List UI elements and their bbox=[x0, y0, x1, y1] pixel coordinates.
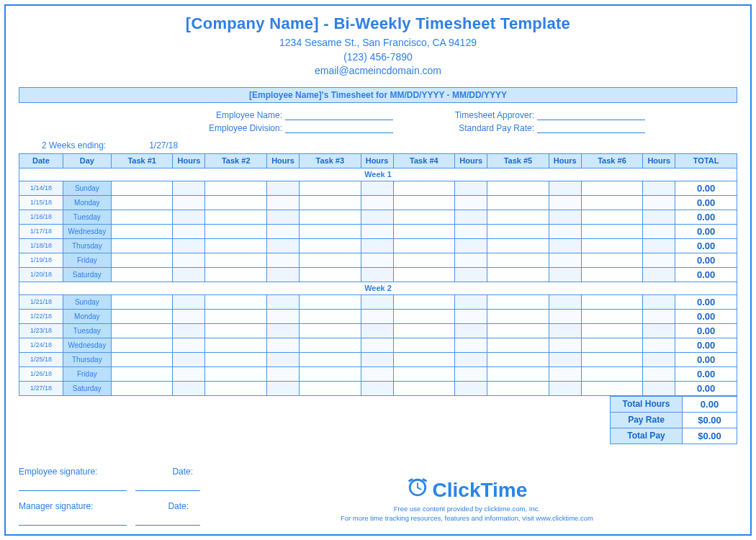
hours-cell[interactable] bbox=[361, 210, 393, 224]
hours-cell[interactable] bbox=[173, 323, 205, 338]
hours-cell[interactable] bbox=[643, 381, 675, 395]
task-cell[interactable] bbox=[205, 294, 267, 309]
hours-cell[interactable] bbox=[643, 338, 675, 352]
task-cell[interactable] bbox=[300, 294, 361, 309]
task-cell[interactable] bbox=[487, 338, 549, 352]
task-cell[interactable] bbox=[581, 338, 643, 352]
task-cell[interactable] bbox=[393, 323, 455, 338]
task-cell[interactable] bbox=[300, 238, 361, 253]
hours-cell[interactable] bbox=[549, 181, 581, 195]
hours-cell[interactable] bbox=[455, 224, 487, 238]
hours-cell[interactable] bbox=[455, 181, 487, 195]
hours-cell[interactable] bbox=[173, 224, 205, 238]
task-cell[interactable] bbox=[300, 338, 361, 352]
hours-cell[interactable] bbox=[455, 352, 487, 366]
task-cell[interactable] bbox=[487, 195, 549, 210]
hours-cell[interactable] bbox=[361, 338, 393, 352]
hours-cell[interactable] bbox=[549, 294, 581, 309]
emp-sig-line[interactable] bbox=[19, 481, 127, 491]
hours-cell[interactable] bbox=[267, 267, 300, 282]
hours-cell[interactable] bbox=[173, 338, 205, 352]
task-cell[interactable] bbox=[111, 366, 173, 381]
task-cell[interactable] bbox=[111, 294, 173, 309]
hours-cell[interactable] bbox=[549, 366, 581, 381]
task-cell[interactable] bbox=[581, 366, 643, 381]
emp-date-line[interactable] bbox=[135, 481, 200, 491]
hours-cell[interactable] bbox=[173, 238, 205, 253]
hours-cell[interactable] bbox=[267, 381, 300, 395]
task-cell[interactable] bbox=[111, 181, 173, 195]
task-cell[interactable] bbox=[300, 210, 361, 224]
task-cell[interactable] bbox=[581, 352, 643, 366]
hours-cell[interactable] bbox=[549, 267, 581, 282]
task-cell[interactable] bbox=[393, 238, 455, 253]
task-cell[interactable] bbox=[393, 381, 455, 395]
hours-cell[interactable] bbox=[361, 181, 393, 195]
task-cell[interactable] bbox=[487, 294, 549, 309]
task-cell[interactable] bbox=[300, 381, 361, 395]
hours-cell[interactable] bbox=[267, 238, 300, 253]
hours-cell[interactable] bbox=[267, 224, 300, 238]
task-cell[interactable] bbox=[111, 195, 173, 210]
task-cell[interactable] bbox=[393, 366, 455, 381]
task-cell[interactable] bbox=[111, 352, 173, 366]
task-cell[interactable] bbox=[581, 381, 643, 395]
task-cell[interactable] bbox=[393, 352, 455, 366]
task-cell[interactable] bbox=[393, 181, 455, 195]
task-cell[interactable] bbox=[111, 238, 173, 253]
hours-cell[interactable] bbox=[173, 253, 205, 267]
task-cell[interactable] bbox=[393, 253, 455, 267]
task-cell[interactable] bbox=[393, 210, 455, 224]
hours-cell[interactable] bbox=[455, 210, 487, 224]
task-cell[interactable] bbox=[581, 253, 643, 267]
hours-cell[interactable] bbox=[361, 381, 393, 395]
task-cell[interactable] bbox=[300, 352, 361, 366]
task-cell[interactable] bbox=[581, 210, 643, 224]
task-cell[interactable] bbox=[205, 181, 267, 195]
hours-cell[interactable] bbox=[643, 238, 675, 253]
hours-cell[interactable] bbox=[361, 224, 393, 238]
task-cell[interactable] bbox=[487, 210, 549, 224]
hours-cell[interactable] bbox=[455, 195, 487, 210]
task-cell[interactable] bbox=[205, 381, 267, 395]
hours-cell[interactable] bbox=[455, 294, 487, 309]
hours-cell[interactable] bbox=[173, 294, 205, 309]
hours-cell[interactable] bbox=[549, 253, 581, 267]
hours-cell[interactable] bbox=[455, 338, 487, 352]
hours-cell[interactable] bbox=[549, 381, 581, 395]
hours-cell[interactable] bbox=[643, 224, 675, 238]
hours-cell[interactable] bbox=[455, 267, 487, 282]
task-cell[interactable] bbox=[393, 338, 455, 352]
task-cell[interactable] bbox=[300, 366, 361, 381]
task-cell[interactable] bbox=[205, 224, 267, 238]
task-cell[interactable] bbox=[581, 294, 643, 309]
task-cell[interactable] bbox=[393, 309, 455, 323]
hours-cell[interactable] bbox=[267, 323, 300, 338]
task-cell[interactable] bbox=[581, 267, 643, 282]
hours-cell[interactable] bbox=[173, 381, 205, 395]
hours-cell[interactable] bbox=[267, 195, 300, 210]
hours-cell[interactable] bbox=[549, 352, 581, 366]
hours-cell[interactable] bbox=[643, 181, 675, 195]
task-cell[interactable] bbox=[111, 224, 173, 238]
task-cell[interactable] bbox=[111, 381, 173, 395]
task-cell[interactable] bbox=[581, 224, 643, 238]
mgr-sig-line[interactable] bbox=[19, 516, 127, 526]
hours-cell[interactable] bbox=[455, 323, 487, 338]
task-cell[interactable] bbox=[300, 181, 361, 195]
task-cell[interactable] bbox=[300, 323, 361, 338]
task-cell[interactable] bbox=[487, 253, 549, 267]
task-cell[interactable] bbox=[393, 267, 455, 282]
task-cell[interactable] bbox=[393, 195, 455, 210]
input-emp-name[interactable] bbox=[285, 110, 393, 120]
hours-cell[interactable] bbox=[549, 224, 581, 238]
hours-cell[interactable] bbox=[643, 294, 675, 309]
task-cell[interactable] bbox=[205, 195, 267, 210]
task-cell[interactable] bbox=[487, 224, 549, 238]
input-pay-rate[interactable] bbox=[537, 123, 645, 133]
hours-cell[interactable] bbox=[267, 181, 300, 195]
mgr-date-line[interactable] bbox=[135, 516, 200, 526]
hours-cell[interactable] bbox=[455, 238, 487, 253]
hours-cell[interactable] bbox=[267, 352, 300, 366]
hours-cell[interactable] bbox=[267, 294, 300, 309]
